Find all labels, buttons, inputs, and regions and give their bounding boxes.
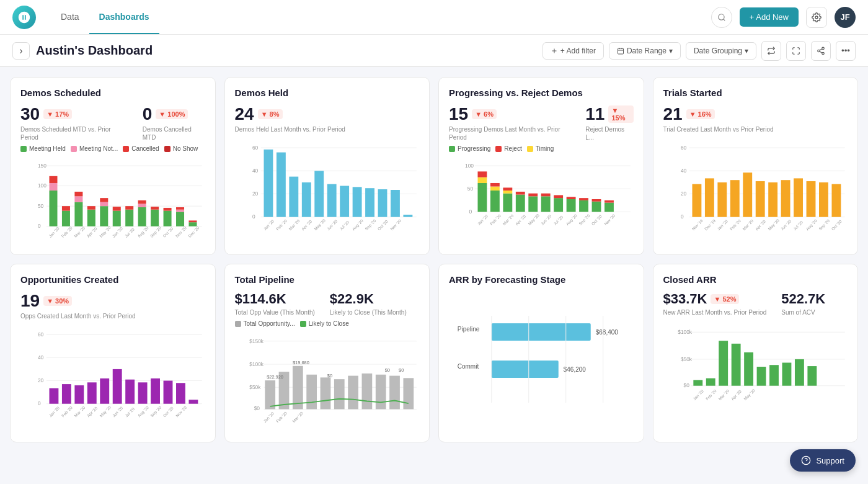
metric-value: 21 ▼ 16% bbox=[663, 104, 774, 124]
svg-text:Jan '20: Jan '20 bbox=[48, 226, 60, 238]
svg-rect-46 bbox=[176, 212, 184, 226]
metric-value-2: 0 ▼ 100% bbox=[143, 104, 205, 124]
search-button[interactable] bbox=[711, 7, 732, 28]
svg-point-10 bbox=[818, 50, 820, 52]
svg-rect-43 bbox=[151, 207, 159, 210]
svg-rect-109 bbox=[516, 195, 525, 212]
svg-rect-48 bbox=[176, 207, 184, 210]
metric-label-2: Demos Cancelled MTD bbox=[143, 125, 205, 141]
svg-rect-112 bbox=[528, 194, 538, 197]
date-range-button[interactable]: Date Range ▾ bbox=[609, 42, 681, 60]
svg-text:Sep '20: Sep '20 bbox=[578, 213, 591, 226]
more-options-button[interactable]: ••• bbox=[836, 41, 856, 61]
svg-rect-39 bbox=[138, 207, 146, 226]
add-filter-button[interactable]: + Add filter bbox=[542, 42, 604, 60]
user-avatar[interactable]: JF bbox=[835, 7, 856, 28]
svg-rect-243 bbox=[706, 379, 715, 386]
chart-legend: Progressing Reject Timing bbox=[449, 145, 634, 152]
demos-scheduled-card: Demos Scheduled 30 ▼ 17% Demos Scheduled… bbox=[10, 77, 216, 255]
compare-icon-button[interactable] bbox=[761, 41, 781, 61]
svg-rect-47 bbox=[176, 210, 184, 212]
svg-rect-182 bbox=[125, 380, 135, 404]
chart-area: 150 100 50 0 bbox=[20, 156, 205, 244]
svg-line-13 bbox=[820, 48, 822, 50]
svg-text:Jan '20: Jan '20 bbox=[716, 218, 728, 231]
nav-tabs: Data Dashboards bbox=[51, 1, 159, 34]
svg-text:Feb '20: Feb '20 bbox=[704, 388, 717, 401]
svg-text:Apr '20: Apr '20 bbox=[730, 389, 742, 401]
svg-text:$0: $0 bbox=[683, 382, 689, 388]
svg-text:Sep '20: Sep '20 bbox=[364, 218, 377, 231]
toolbar-actions: + Add filter Date Range ▾ Date Grouping … bbox=[542, 41, 856, 61]
svg-rect-123 bbox=[604, 203, 614, 212]
svg-rect-148 bbox=[743, 173, 752, 217]
svg-rect-113 bbox=[541, 196, 551, 212]
metric-block-2: 0 ▼ 100% Demos Cancelled MTD bbox=[143, 104, 205, 141]
svg-text:May '20: May '20 bbox=[527, 213, 541, 226]
card-title: Opportunities Created bbox=[20, 274, 205, 285]
metric-value: 24 ▼ 8% bbox=[235, 104, 345, 124]
svg-line-12 bbox=[820, 51, 822, 52]
support-button[interactable]: Support bbox=[790, 449, 856, 452]
svg-rect-102 bbox=[477, 171, 487, 177]
nav-tab-data[interactable]: Data bbox=[51, 1, 89, 34]
breadcrumb-toggle[interactable]: › bbox=[12, 42, 30, 60]
toolbar: › Austin's Dashboard + Add filter Date R… bbox=[0, 35, 868, 67]
navbar: Data Dashboards + Add New JF bbox=[0, 0, 868, 35]
svg-text:Apr '20: Apr '20 bbox=[300, 219, 312, 231]
svg-rect-110 bbox=[516, 192, 525, 195]
svg-rect-103 bbox=[490, 190, 500, 212]
expand-icon-button[interactable] bbox=[786, 41, 806, 61]
svg-rect-121 bbox=[592, 202, 601, 212]
metric-block-1: 15 ▼ 6% Progressing Demos Last Month vs.… bbox=[449, 104, 570, 141]
svg-rect-25 bbox=[62, 211, 70, 226]
svg-text:Mar '20: Mar '20 bbox=[288, 218, 300, 231]
metric-label-2: Likely to Close (This Month) bbox=[330, 308, 407, 316]
trials-started-card: Trials Started 21 ▼ 16% Trial Created La… bbox=[653, 77, 859, 255]
svg-rect-214 bbox=[361, 374, 372, 410]
svg-text:0: 0 bbox=[252, 213, 255, 220]
svg-text:50: 50 bbox=[467, 186, 474, 192]
svg-rect-120 bbox=[579, 198, 588, 200]
svg-rect-78 bbox=[352, 187, 361, 217]
svg-text:Aug '20: Aug '20 bbox=[136, 225, 149, 238]
svg-rect-73 bbox=[289, 177, 298, 217]
svg-rect-246 bbox=[744, 352, 753, 386]
svg-rect-178 bbox=[74, 385, 84, 404]
chart-area: 60 40 20 0 Nov bbox=[663, 137, 848, 244]
svg-text:Nov '20: Nov '20 bbox=[389, 218, 402, 231]
svg-text:Jan '20: Jan '20 bbox=[476, 213, 489, 226]
svg-text:$150k: $150k bbox=[249, 338, 264, 344]
svg-rect-151 bbox=[781, 180, 790, 217]
svg-text:$68,400: $68,400 bbox=[596, 329, 619, 336]
metric-value: 15 ▼ 6% bbox=[449, 104, 570, 124]
share-icon-button[interactable] bbox=[811, 41, 831, 61]
dashboard-grid: Demos Scheduled 30 ▼ 17% Demos Scheduled… bbox=[0, 67, 868, 452]
svg-rect-24 bbox=[49, 176, 57, 183]
svg-rect-104 bbox=[490, 187, 500, 191]
svg-text:Aug '20: Aug '20 bbox=[351, 218, 364, 231]
svg-rect-251 bbox=[807, 366, 817, 386]
settings-button[interactable] bbox=[806, 7, 827, 28]
date-grouping-button[interactable]: Date Grouping ▾ bbox=[686, 42, 756, 60]
svg-rect-155 bbox=[831, 184, 841, 217]
svg-text:100: 100 bbox=[38, 182, 46, 189]
svg-rect-26 bbox=[62, 206, 70, 210]
svg-line-1 bbox=[723, 19, 725, 20]
metric-badge: ▼ 52% bbox=[711, 294, 739, 304]
svg-rect-106 bbox=[503, 194, 512, 212]
opportunities-created-card: Opportunities Created 19 ▼ 30% Opps Crea… bbox=[10, 264, 216, 442]
chart-area: $150k $100k $50k $0 bbox=[235, 331, 420, 432]
svg-text:40: 40 bbox=[38, 354, 44, 361]
metric-value: 19 ▼ 30% bbox=[20, 291, 136, 311]
add-new-button[interactable]: + Add New bbox=[740, 7, 799, 27]
nav-tab-dashboards[interactable]: Dashboards bbox=[89, 1, 159, 34]
nav-right: + Add New JF bbox=[711, 7, 856, 28]
svg-rect-181 bbox=[113, 369, 122, 404]
metric-label: New ARR Last Month vs. Prior Period bbox=[663, 308, 767, 316]
svg-rect-80 bbox=[378, 189, 387, 217]
metric-badge: ▼ 8% bbox=[258, 109, 283, 119]
metric-badge: ▼ 16% bbox=[686, 109, 715, 119]
svg-text:20: 20 bbox=[38, 377, 44, 383]
svg-rect-213 bbox=[348, 376, 358, 410]
